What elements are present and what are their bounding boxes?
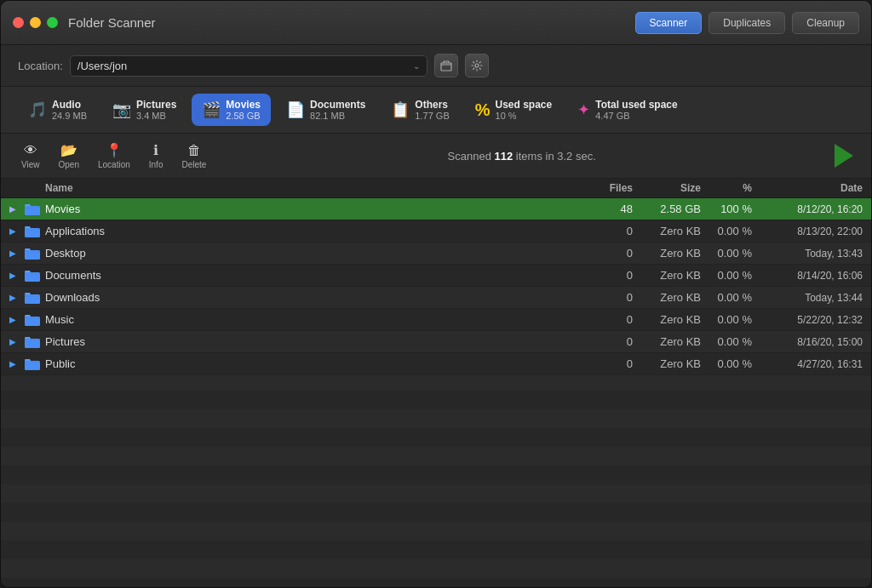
table-header: Name Files Size % Date (1, 179, 871, 198)
totalspace-size: 4.47 GB (595, 111, 677, 121)
category-others[interactable]: 📋 Others 1.77 GB (381, 94, 459, 126)
location-label: Location: (18, 60, 63, 72)
maximize-button[interactable] (47, 17, 58, 28)
row-expand-icon: ▶ (9, 204, 21, 214)
cleanup-button[interactable]: Cleanup (792, 12, 859, 34)
col-header-pct: % (701, 182, 752, 194)
col-header-size: Size (633, 182, 701, 194)
folder-icon (25, 358, 40, 370)
svg-rect-17 (25, 361, 31, 363)
view-icon: 👁 (24, 143, 37, 158)
delete-label: Delete (181, 160, 206, 169)
settings-button[interactable] (465, 54, 489, 77)
row-expand-icon: ▶ (9, 271, 21, 280)
documents-label: Documents (310, 99, 365, 111)
play-button[interactable] (829, 140, 859, 171)
delete-button[interactable]: 🗑 Delete (173, 140, 215, 173)
row-files: 0 (582, 269, 633, 282)
scan-suffix: items in 3.2 sec. (516, 150, 596, 163)
table-row[interactable]: ▶ Movies482.58 GB100 %8/12/20, 16:20 (1, 198, 871, 220)
row-percent: 0.00 % (701, 269, 752, 282)
usedspace-icon: % (475, 100, 490, 120)
row-percent: 0.00 % (701, 357, 752, 370)
row-date: Today, 13:43 (752, 248, 863, 260)
totalspace-label: Total used space (595, 99, 677, 111)
row-percent: 0.00 % (701, 313, 752, 326)
row-percent: 0.00 % (701, 225, 752, 237)
row-files: 0 (582, 335, 633, 348)
scan-prefix: Scanned (448, 150, 491, 163)
row-folder-name: Pictures (45, 335, 582, 348)
row-expand-icon: ▶ (9, 293, 21, 302)
app-title: Folder Scanner (68, 15, 635, 30)
table-row[interactable]: ▶ Music0Zero KB0.00 %5/22/20, 12:32 (1, 309, 871, 331)
folder-icon (25, 270, 40, 282)
open-icon: 📂 (60, 142, 77, 158)
col-header-files: Files (582, 182, 633, 194)
category-usedspace[interactable]: % Used space 10 % (465, 94, 563, 126)
table-row[interactable]: ▶ Pictures0Zero KB0.00 %8/16/20, 15:00 (1, 331, 871, 353)
row-size: Zero KB (633, 335, 701, 348)
svg-rect-11 (25, 294, 31, 296)
table-row[interactable]: ▶ Public0Zero KB0.00 %4/27/20, 16:31 (1, 353, 871, 375)
open-button[interactable]: 📂 Open (50, 139, 88, 173)
movies-size: 2.58 GB (226, 111, 261, 121)
scan-count: 112 (495, 150, 513, 163)
row-size: Zero KB (633, 291, 701, 304)
browse-button[interactable] (434, 54, 458, 77)
location-input[interactable] (77, 60, 413, 72)
table-row[interactable]: ▶ Desktop0Zero KB0.00 %Today, 13:43 (1, 243, 871, 265)
others-size: 1.77 GB (415, 111, 449, 121)
row-date: 5/22/20, 12:32 (752, 314, 863, 326)
category-pictures[interactable]: 📷 Pictures 3.4 MB (102, 94, 186, 126)
totalspace-icon: ✦ (577, 100, 590, 119)
view-button[interactable]: 👁 View (13, 140, 49, 173)
minimize-button[interactable] (30, 17, 41, 28)
pictures-icon: 📷 (112, 100, 131, 119)
category-audio[interactable]: 🎵 Audio 24.9 MB (18, 94, 97, 126)
traffic-lights (13, 17, 58, 28)
category-totalspace[interactable]: ✦ Total used space 4.47 GB (567, 94, 687, 126)
row-date: 4/27/20, 16:31 (752, 358, 863, 370)
svg-point-1 (475, 64, 479, 67)
row-size: Zero KB (633, 225, 701, 237)
row-files: 0 (582, 247, 633, 260)
col-header-name: Name (45, 182, 582, 194)
row-percent: 0.00 % (701, 291, 752, 304)
row-size: 2.58 GB (633, 203, 701, 215)
row-percent: 0.00 % (701, 335, 752, 348)
empty-rows-area (1, 375, 871, 587)
table-row[interactable]: ▶ Downloads0Zero KB0.00 %Today, 13:44 (1, 287, 871, 309)
row-folder-name: Movies (45, 203, 582, 215)
table-body: ▶ Movies482.58 GB100 %8/12/20, 16:20▶ Ap… (1, 198, 871, 587)
row-date: 8/16/20, 15:00 (752, 336, 863, 348)
table-row[interactable]: ▶ Applications0Zero KB0.00 %8/13/20, 22:… (1, 220, 871, 243)
open-label: Open (59, 160, 79, 169)
movies-label: Movies (226, 99, 261, 111)
info-label: Info (149, 160, 164, 169)
row-size: Zero KB (633, 313, 701, 326)
category-documents[interactable]: 📄 Documents 82.1 MB (276, 94, 376, 126)
file-list: Name Files Size % Date ▶ Movies482.58 GB… (1, 179, 871, 587)
view-label: View (21, 160, 40, 169)
row-folder-name: Applications (45, 225, 582, 237)
svg-rect-3 (25, 206, 31, 208)
audio-icon: 🎵 (28, 100, 47, 119)
table-row[interactable]: ▶ Documents0Zero KB0.00 %8/14/20, 16:06 (1, 265, 871, 287)
pictures-label: Pictures (136, 99, 176, 111)
close-button[interactable] (13, 17, 24, 28)
scanner-button[interactable]: Scanner (635, 12, 703, 34)
row-folder-name: Public (45, 357, 582, 370)
duplicates-button[interactable]: Duplicates (708, 12, 785, 34)
category-movies[interactable]: 🎬 Movies 2.58 GB (192, 94, 271, 126)
pictures-size: 3.4 MB (136, 111, 176, 121)
row-expand-icon: ▶ (9, 337, 21, 346)
movies-icon: 🎬 (202, 100, 221, 119)
location-icon: 📍 (106, 142, 123, 158)
scan-status: Scanned 112 items in 3.2 sec. (216, 150, 827, 163)
location-bar: Location: ⌄ (1, 45, 871, 87)
info-button[interactable]: ℹ Info (141, 139, 172, 173)
location-button[interactable]: 📍 Location (89, 139, 139, 173)
row-files: 0 (582, 291, 633, 304)
others-label: Others (415, 99, 449, 111)
